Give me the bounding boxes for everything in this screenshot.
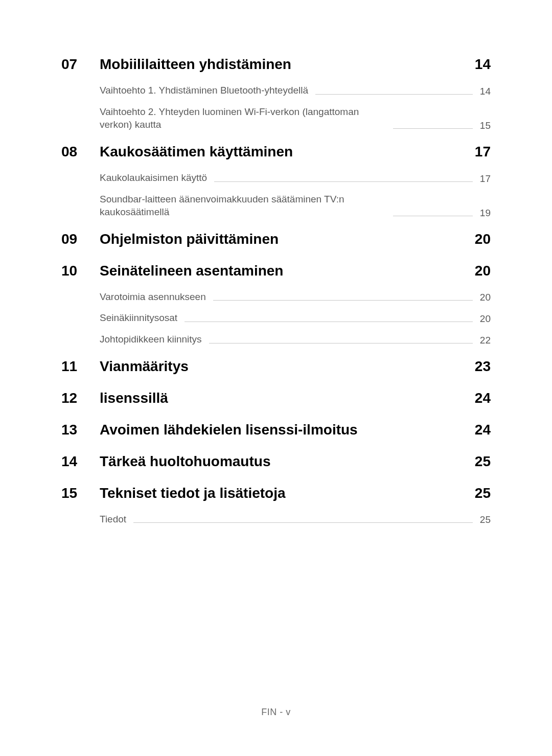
toc-section: 08Kaukosäätimen käyttäminen17Kaukolaukai… (61, 144, 491, 227)
sub-page: 14 (480, 86, 491, 97)
section-body: Tärkeä huoltohuomautus25 (100, 453, 491, 470)
table-of-contents: 07Mobiililaitteen yhdistäminen14Vaihtoeh… (61, 56, 491, 534)
section-title: Vianmääritys (100, 358, 465, 375)
section-page: 14 (475, 56, 491, 73)
sub-page: 15 (480, 120, 491, 131)
toc-section: 07Mobiililaitteen yhdistäminen14Vaihtoeh… (61, 56, 491, 140)
section-number: 15 (61, 485, 100, 534)
section-number: 12 (61, 390, 100, 406)
toc-sub-entry: Varotoimia asennukseen20 (100, 290, 491, 304)
sub-page: 25 (480, 514, 491, 525)
toc-sub-entry: Vaihtoehto 1. Yhdistäminen Bluetooth-yht… (100, 84, 491, 97)
section-title: Avoimen lähdekielen lisenssi-ilmoitus (100, 422, 465, 438)
sub-page: 19 (480, 208, 491, 219)
section-body: lisenssillä24 (100, 390, 491, 406)
sub-title: Tiedot (100, 513, 126, 526)
section-body: Vianmääritys23 (100, 358, 491, 375)
section-page: 23 (475, 358, 491, 375)
toc-section: 10Seinätelineen asentaminen20Varotoimia … (61, 263, 491, 354)
section-page: 17 (475, 144, 491, 160)
sub-page: 20 (480, 313, 491, 325)
section-header: Ohjelmiston päivittäminen20 (100, 231, 491, 247)
sub-title: Kaukolaukaisimen käyttö (100, 171, 207, 185)
toc-section: 13Avoimen lähdekielen lisenssi-ilmoitus2… (61, 422, 491, 438)
section-page: 25 (475, 453, 491, 470)
leader-line (214, 181, 473, 182)
sub-title: Soundbar-laitteen äänenvoimakkuuden säät… (100, 193, 386, 219)
leader-line (393, 128, 473, 129)
section-title: Tekniset tiedot ja lisätietoja (100, 485, 465, 501)
toc-sub-entry: Soundbar-laitteen äänenvoimakkuuden säät… (100, 193, 491, 219)
sub-page: 17 (480, 173, 491, 185)
section-number: 09 (61, 231, 100, 247)
section-title: Ohjelmiston päivittäminen (100, 231, 465, 247)
section-header: Kaukosäätimen käyttäminen17 (100, 144, 491, 160)
section-number: 11 (61, 358, 100, 375)
toc-sub-entry: Johtopidikkeen kiinnitys22 (100, 333, 491, 346)
section-number: 13 (61, 422, 100, 438)
leader-line (393, 216, 473, 216)
sub-title: Vaihtoehto 2. Yhteyden luominen Wi-Fi-ve… (100, 105, 386, 131)
leader-line (133, 522, 473, 523)
section-header: Avoimen lähdekielen lisenssi-ilmoitus24 (100, 422, 491, 438)
page-footer: FIN - v (0, 707, 552, 718)
section-number: 07 (61, 56, 100, 140)
leader-line (209, 343, 473, 343)
section-title: Tärkeä huoltohuomautus (100, 453, 465, 470)
section-header: Mobiililaitteen yhdistäminen14 (100, 56, 491, 73)
toc-section: 15Tekniset tiedot ja lisätietoja25Tiedot… (61, 485, 491, 534)
leader-line (213, 300, 473, 301)
section-body: Ohjelmiston päivittäminen20 (100, 231, 491, 247)
section-title: Seinätelineen asentaminen (100, 263, 465, 279)
sub-title: Varotoimia asennukseen (100, 290, 206, 304)
section-title: Mobiililaitteen yhdistäminen (100, 56, 465, 73)
toc-sub-entry: Tiedot25 (100, 513, 491, 526)
section-page: 24 (475, 422, 491, 438)
section-page: 20 (475, 263, 491, 279)
section-page: 24 (475, 390, 491, 406)
section-header: Tärkeä huoltohuomautus25 (100, 453, 491, 470)
toc-section: 11Vianmääritys23 (61, 358, 491, 375)
section-number: 10 (61, 263, 100, 354)
sub-page: 20 (480, 292, 491, 303)
section-title: Kaukosäätimen käyttäminen (100, 144, 465, 160)
toc-sub-entry: Vaihtoehto 2. Yhteyden luominen Wi-Fi-ve… (100, 105, 491, 131)
section-header: Vianmääritys23 (100, 358, 491, 375)
toc-section: 12lisenssillä24 (61, 390, 491, 406)
leader-line (185, 322, 473, 322)
section-header: Tekniset tiedot ja lisätietoja25 (100, 485, 491, 501)
section-title: lisenssillä (100, 390, 465, 406)
toc-section: 14Tärkeä huoltohuomautus25 (61, 453, 491, 470)
section-number: 08 (61, 144, 100, 227)
section-page: 20 (475, 231, 491, 247)
section-body: Kaukosäätimen käyttäminen17Kaukolaukaisi… (100, 144, 491, 227)
section-header: Seinätelineen asentaminen20 (100, 263, 491, 279)
section-body: Seinätelineen asentaminen20Varotoimia as… (100, 263, 491, 354)
section-number: 14 (61, 453, 100, 470)
toc-section: 09Ohjelmiston päivittäminen20 (61, 231, 491, 247)
leader-line (315, 94, 473, 95)
toc-sub-entry: Seinäkiinnitysosat20 (100, 311, 491, 325)
section-header: lisenssillä24 (100, 390, 491, 406)
toc-sub-entry: Kaukolaukaisimen käyttö17 (100, 171, 491, 185)
section-body: Avoimen lähdekielen lisenssi-ilmoitus24 (100, 422, 491, 438)
sub-title: Seinäkiinnitysosat (100, 311, 177, 325)
sub-title: Johtopidikkeen kiinnitys (100, 333, 202, 346)
section-body: Mobiililaitteen yhdistäminen14Vaihtoehto… (100, 56, 491, 140)
section-page: 25 (475, 485, 491, 501)
section-body: Tekniset tiedot ja lisätietoja25Tiedot25 (100, 485, 491, 534)
sub-title: Vaihtoehto 1. Yhdistäminen Bluetooth-yht… (100, 84, 308, 97)
sub-page: 22 (480, 335, 491, 346)
